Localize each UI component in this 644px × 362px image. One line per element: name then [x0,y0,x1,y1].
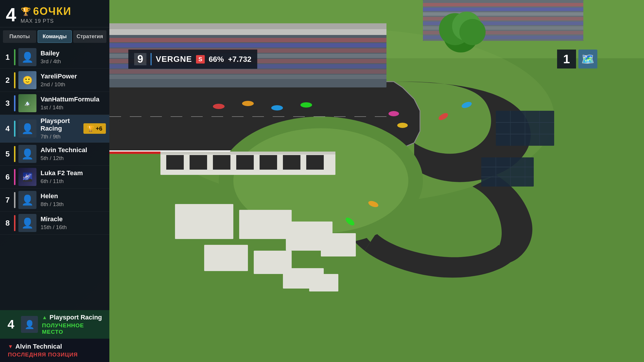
bonus-value: +6 [96,125,102,132]
player-number: 3 [4,99,12,108]
player-info: Playsport Racing 7th / 9th [41,117,83,140]
svg-rect-23 [190,155,207,170]
tab-teams[interactable]: Команды [38,30,71,43]
player-position: 5th / 12th [41,155,106,161]
player-info: Bailey 3rd / 4th [41,50,106,65]
svg-rect-22 [166,155,184,170]
hud-race-number: 9 [134,53,146,65]
player-avatar: 👤 [18,214,36,232]
player-color-bar [14,215,15,231]
player-info: Miracle 15th / 16th [41,215,106,231]
player-name: Helen [41,192,106,200]
player-row[interactable]: 5 👤 Alvin Technical 5th / 12th [0,143,109,166]
avatar-icon: 👤 [21,51,34,63]
info-box-gained: 4 👤 ▲ Playsport Racing ПОЛУЧЕННОЕ МЕСТО [0,310,109,339]
player-color-bar [14,169,15,185]
svg-rect-56 [239,210,292,239]
svg-point-65 [271,105,283,110]
svg-rect-32 [423,8,583,11]
player-info: Helen 8th / 13th [41,192,106,208]
player-avatar: 🌌 [18,168,36,186]
player-row[interactable]: 8 👤 Miracle 15th / 16th [0,212,109,235]
player-position: 8th / 13th [41,201,106,208]
player-info: VanHattumFormula 1st / 14th [41,96,106,111]
svg-rect-19 [109,75,386,79]
down-arrow-icon: ▼ [8,344,13,350]
player-avatar: 👤 [18,145,36,163]
svg-rect-25 [236,155,254,170]
trophy-section: 🏆 6ОЧКИ MAX 19 PTS [21,5,71,24]
player-row[interactable]: 1 👤 Bailey 3rd / 4th [0,46,109,69]
bonus-trophy-icon: 🏆 [87,125,94,132]
svg-point-54 [459,19,486,45]
svg-rect-28 [306,155,324,170]
player-position: 15th / 16th [41,224,106,231]
bonus-badge: 🏆 +6 [83,123,106,134]
info-team-name-last: ▼ Alvin Technical [8,343,105,350]
avatar-icon: 👤 [21,123,34,134]
player-number: 1 [4,53,12,62]
svg-rect-57 [204,245,248,271]
svg-rect-27 [283,155,300,170]
svg-rect-62 [309,274,338,291]
svg-point-66 [300,102,312,108]
player-name: Alvin Technical [41,146,106,154]
tabs-container: Пилоты Команды Стратегия [0,27,109,46]
hud-overlay: 9 VERGNE S 66% +7.732 [128,50,257,69]
race-number: 4 [6,6,16,24]
player-name: Bailey [41,50,106,57]
hud-driver-name: VERGNE [156,55,192,64]
info-number: 4 [4,317,18,331]
info-text-last: ▼ Alvin Technical ПОСЛЕДНЯЯ ПОЗИЦИЯ [4,343,105,358]
player-row[interactable]: 7 👤 Helen 8th / 13th [0,189,109,212]
bottom-info: 4 👤 ▲ Playsport Racing ПОЛУЧЕННОЕ МЕСТО … [0,310,109,362]
svg-rect-13 [109,43,386,48]
player-name: Luka F2 Team [41,169,106,177]
hud-box: 9 VERGNE S 66% +7.732 [128,50,257,69]
player-row[interactable]: 3 🏔️ VanHattumFormula 1st / 14th [0,92,109,115]
svg-point-63 [213,104,225,109]
svg-rect-33 [423,12,583,16]
svg-rect-18 [109,69,386,74]
player-avatar: 👤 [18,191,36,209]
svg-point-64 [242,101,254,106]
player-position: 6th / 11th [41,178,106,184]
player-avatar: 🙂 [18,71,36,89]
player-color-bar [14,121,15,137]
svg-rect-60 [321,233,356,256]
svg-rect-24 [213,155,230,170]
player-position: 7th / 9th [41,133,83,140]
info-subtitle-gained: ПОЛУЧЕННОЕ МЕСТО [42,322,105,335]
player-number: 2 [4,76,12,85]
player-avatar: 👤 [18,120,36,138]
player-name: Miracle [41,215,106,223]
player-info: Luka F2 Team 6th / 11th [41,169,106,184]
up-arrow-icon: ▲ [42,314,47,321]
avatar-icon: 👤 [21,194,34,206]
player-number: 8 [4,219,12,228]
tab-pilots[interactable]: Пилоты [3,30,36,43]
svg-rect-10 [109,29,386,35]
pos1-number: 1 [557,50,576,68]
hud-divider [150,53,152,65]
pos1-avatar: 🗺️ [578,50,597,68]
panel-header: 4 🏆 6ОЧКИ MAX 19 PTS [0,0,109,27]
player-color-bar [14,192,15,208]
left-panel: 4 🏆 6ОЧКИ MAX 19 PTS Пилоты Команды Стра… [0,0,109,362]
player-name: Playsport Racing [41,117,83,132]
player-row[interactable]: 2 🙂 YareliPower 2nd / 10th [0,69,109,92]
svg-rect-26 [260,155,277,170]
player-position: 2nd / 10th [41,81,106,88]
player-row-highlighted[interactable]: 4 👤 Playsport Racing 7th / 9th 🏆 +6 [0,115,109,143]
player-row[interactable]: 6 🌌 Luka F2 Team 6th / 11th [0,166,109,189]
info-subtitle-last: ПОСЛЕДНЯЯ ПОЗИЦИЯ [8,352,105,358]
svg-rect-31 [423,3,583,6]
trophy-row: 🏆 6ОЧКИ [21,5,71,17]
info-text: ▲ Playsport Racing ПОЛУЧЕННОЕ МЕСТО [42,314,105,335]
svg-rect-45 [481,157,534,187]
player-info: Alvin Technical 5th / 12th [41,146,106,161]
svg-point-68 [397,123,408,128]
tab-strategy[interactable]: Стратегия [73,30,106,43]
trophy-icon: 🏆 [21,7,31,16]
info-box-last: ▼ Alvin Technical ПОСЛЕДНЯЯ ПОЗИЦИЯ [0,339,109,362]
